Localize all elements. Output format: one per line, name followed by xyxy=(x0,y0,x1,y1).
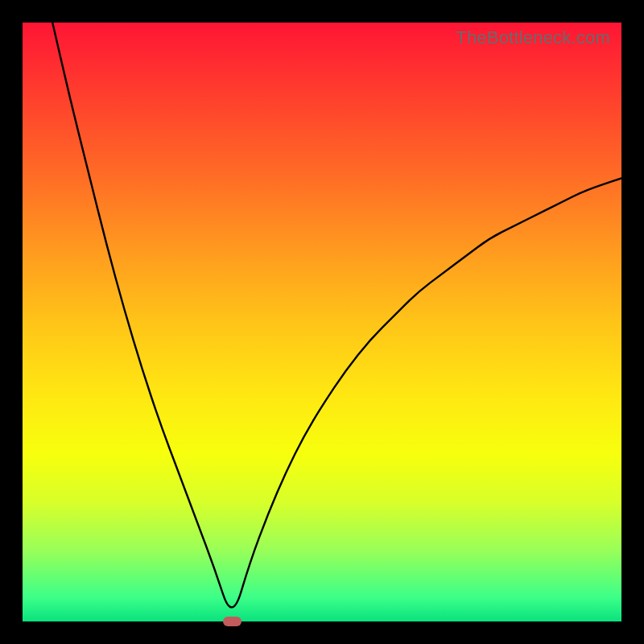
bottleneck-marker xyxy=(223,617,242,626)
chart-plot-area: TheBottleneck.com xyxy=(23,23,621,621)
bottleneck-curve xyxy=(23,23,621,621)
chart-frame: TheBottleneck.com xyxy=(0,0,644,644)
